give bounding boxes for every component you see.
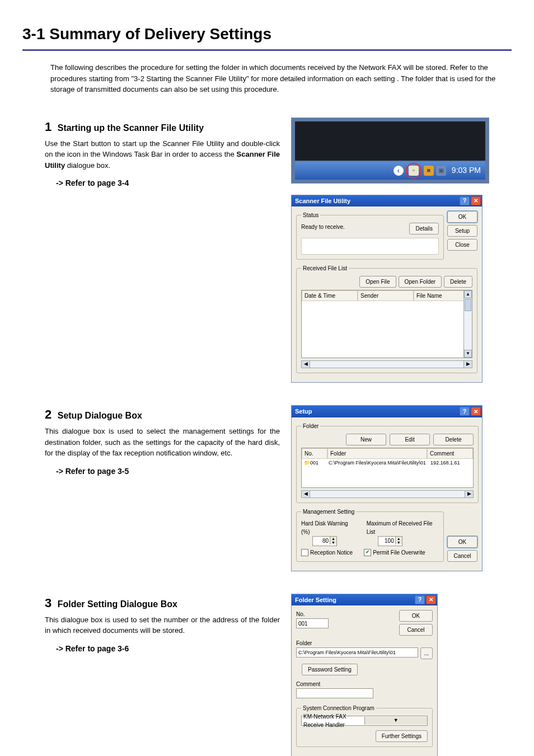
- scanner-utility-tray-icon[interactable]: ▫: [409, 166, 419, 176]
- received-file-list[interactable]: Date & Time Sender File Name ▲ ▼: [301, 290, 472, 358]
- hdw-label: Hard Disk Warning (%): [301, 519, 355, 536]
- fs-folder-label: Folder: [296, 639, 433, 647]
- tray-icon-display[interactable]: ▣: [436, 166, 446, 176]
- scroll-right-icon[interactable]: ▶: [463, 360, 472, 368]
- sfu-titlebar[interactable]: Scanner File Utility ? ✕: [292, 195, 482, 207]
- taskbar-clock: 9:03 PM: [452, 165, 481, 176]
- step3-refer: -> Refer to page 3-6: [56, 643, 280, 655]
- setup-button[interactable]: Setup: [447, 225, 477, 237]
- folder-list[interactable]: No. Folder Comment 📁001 C:\Program Files…: [301, 448, 474, 488]
- open-folder-button[interactable]: Open Folder: [399, 276, 442, 288]
- reception-notice-checkbox[interactable]: Reception Notice: [301, 548, 353, 557]
- fs-cancel-button[interactable]: Cancel: [399, 624, 433, 636]
- close-button[interactable]: ✕: [471, 407, 481, 416]
- close-button[interactable]: ✕: [426, 595, 436, 604]
- taskbar: ‹ ▫ ■ ▣ 9:03 PM: [295, 162, 485, 180]
- fs-titlebar[interactable]: Folder Setting ? ✕: [292, 594, 437, 606]
- close-button[interactable]: ✕: [471, 196, 481, 205]
- folder-setting-dialog: Folder Setting ? ✕ No. OK Cancel: [291, 594, 438, 757]
- step1-body: Use the Start button to start up the Sca…: [45, 138, 280, 171]
- step2-title: Setup Dialogue Box: [58, 411, 142, 420]
- maxrfl-label: Maximum of Received File List: [367, 519, 439, 536]
- step1-title: Starting up the Scanner File Utility: [58, 123, 204, 133]
- step2-body: This dialogue box is used to select the …: [45, 426, 280, 459]
- mgmt-legend: Management Setting: [301, 508, 356, 516]
- scanner-utility-tray-highlight: ▫: [406, 163, 421, 179]
- edit-button[interactable]: Edit: [390, 434, 430, 445]
- details-button[interactable]: Details: [409, 223, 439, 234]
- horizontal-scrollbar[interactable]: ◀ ▶: [301, 360, 472, 368]
- step1-heading: 1 Starting up the Scanner File Utility: [45, 118, 280, 136]
- hdw-input[interactable]: [313, 537, 330, 546]
- sfu-rfl-legend: Received File List: [301, 264, 349, 273]
- step2-number: 2: [45, 407, 51, 421]
- maxrfl-spinner[interactable]: ▲▼: [378, 536, 402, 546]
- close-dialog-button[interactable]: Close: [447, 239, 477, 251]
- spin-up-icon[interactable]: ▲: [395, 537, 402, 541]
- password-setting-button[interactable]: Password Setting: [302, 664, 358, 675]
- row-folder[interactable]: C:\Program Files\Kyocera Mita\FileUtilit…: [326, 459, 428, 467]
- open-file-button[interactable]: Open File: [359, 276, 396, 288]
- setup-ok-button[interactable]: OK: [447, 536, 477, 548]
- section-1: 1 Starting up the Scanner File Utility U…: [45, 118, 512, 383]
- step2-refer: -> Refer to page 3-5: [56, 466, 280, 477]
- fs-comment-input[interactable]: [296, 688, 373, 698]
- col-sender[interactable]: Sender: [358, 290, 414, 301]
- section-3: 3 Folder Setting Dialogue Box This dialo…: [45, 594, 512, 757]
- sfu-status-legend: Status: [301, 211, 320, 219]
- setup-title: Setup: [295, 407, 312, 416]
- scanner-file-utility-dialog: Scanner File Utility ? ✕ Status Ready to…: [291, 195, 483, 383]
- delete-folder-button[interactable]: Delete: [433, 434, 474, 445]
- row-no[interactable]: 📁001: [302, 459, 326, 467]
- fs-comment-label: Comment: [296, 680, 433, 688]
- ok-button[interactable]: OK: [447, 211, 477, 223]
- further-settings-button[interactable]: Further Settings: [376, 730, 428, 742]
- scroll-right-icon[interactable]: ▶: [465, 490, 474, 498]
- scroll-left-icon[interactable]: ◀: [301, 490, 310, 498]
- scp-dropdown[interactable]: KM-Network FAX Receive Handler ▼: [301, 716, 428, 726]
- tray-icon-shield[interactable]: ■: [424, 166, 434, 176]
- help-button[interactable]: ?: [415, 595, 425, 604]
- setup-cancel-button[interactable]: Cancel: [447, 550, 477, 562]
- spin-down-icon[interactable]: ▼: [330, 541, 336, 544]
- fs-no-input[interactable]: [296, 618, 329, 628]
- delete-file-button[interactable]: Delete: [444, 276, 472, 288]
- fs-ok-button[interactable]: OK: [399, 610, 433, 622]
- maxrfl-input[interactable]: [378, 537, 395, 546]
- step1-body-post: dialogue box.: [65, 161, 110, 170]
- horizontal-scrollbar[interactable]: ◀ ▶: [301, 490, 474, 498]
- scp-value: KM-Network FAX Receive Handler: [302, 712, 364, 729]
- col-date[interactable]: Date & Time: [302, 290, 358, 301]
- spin-up-icon[interactable]: ▲: [330, 537, 336, 541]
- scroll-left-icon[interactable]: ◀: [301, 360, 310, 368]
- setup-folder-legend: Folder: [301, 422, 320, 430]
- sfu-title: Scanner File Utility: [295, 196, 350, 206]
- col-comment[interactable]: Comment: [427, 448, 473, 459]
- col-folder[interactable]: Folder: [327, 448, 427, 459]
- col-no[interactable]: No.: [302, 448, 327, 459]
- intro-paragraph: The following describes the procedure fo…: [50, 62, 512, 95]
- fs-no-label: No.: [296, 610, 329, 618]
- setup-titlebar[interactable]: Setup ? ✕: [292, 406, 482, 417]
- scroll-thumb[interactable]: [465, 299, 471, 311]
- spin-down-icon[interactable]: ▼: [395, 541, 402, 544]
- step1-number: 1: [45, 120, 51, 134]
- hdw-spinner[interactable]: ▲▼: [312, 536, 337, 546]
- scroll-up-icon[interactable]: ▲: [464, 290, 472, 298]
- new-button[interactable]: New: [346, 434, 386, 445]
- vertical-scrollbar[interactable]: ▲ ▼: [463, 290, 472, 358]
- fs-title: Folder Setting: [295, 595, 336, 605]
- step3-heading: 3 Folder Setting Dialogue Box: [45, 594, 280, 612]
- tray-collapse-icon[interactable]: ‹: [394, 166, 404, 176]
- browse-button[interactable]: ...: [420, 647, 433, 659]
- permit-overwrite-checkbox[interactable]: ✔Permit File Overwrite: [364, 548, 425, 557]
- help-button[interactable]: ?: [460, 407, 470, 416]
- scroll-down-icon[interactable]: ▼: [464, 350, 472, 358]
- page-title: 3-1 Summary of Delivery Settings: [22, 22, 512, 51]
- step2-heading: 2 Setup Dialogue Box: [45, 405, 280, 424]
- chevron-down-icon[interactable]: ▼: [364, 717, 428, 725]
- help-button[interactable]: ?: [460, 196, 470, 205]
- step3-body: This dialogue box is used to set the num…: [45, 614, 280, 636]
- fs-folder-input[interactable]: [296, 647, 418, 658]
- row-comment[interactable]: 192.168.1.61: [428, 459, 473, 467]
